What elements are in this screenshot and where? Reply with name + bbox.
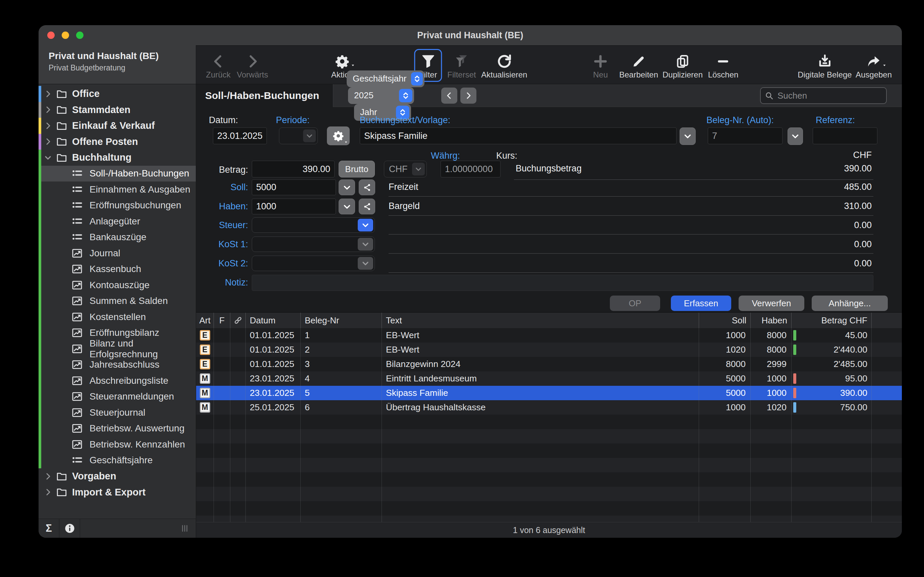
column-header-link[interactable] [230, 313, 246, 328]
haben-dropdown-button[interactable] [339, 198, 355, 214]
sum-button[interactable]: Σ [39, 519, 59, 538]
kost1-select[interactable] [252, 237, 375, 252]
chevron-down-icon[interactable] [44, 154, 52, 162]
table-row-beleg-3[interactable]: E01.01.20253Bilanzgewinn 2024800029992'4… [196, 357, 902, 371]
sidebar-item-vorgaben[interactable]: Vorgaben [39, 468, 196, 484]
beleg-nr-input[interactable] [708, 127, 783, 144]
verwerfen-button[interactable]: Verwerfen [739, 295, 804, 311]
soll-dropdown-button[interactable] [339, 179, 355, 195]
sidebar-item-import-export[interactable]: Import & Export [39, 484, 196, 501]
toolbar-item-bearbeiten[interactable]: Bearbeiten [619, 50, 658, 79]
betrag-input[interactable] [252, 161, 334, 177]
erfassen-button[interactable]: Erfassen [671, 295, 731, 311]
periode-select[interactable] [279, 127, 318, 144]
op-button[interactable]: OP [610, 295, 660, 311]
sidebar-item-einnahmen-ausgaben[interactable]: Einnahmen & Ausgaben [39, 182, 196, 198]
haben-konto-input[interactable] [252, 198, 336, 214]
column-header-text[interactable]: Text [382, 313, 699, 328]
sidebar-item-kontoauszüge[interactable]: Kontoauszüge [39, 277, 196, 293]
toolbar-item-aktualisieren[interactable]: Aktualisieren [481, 50, 527, 79]
waehrung-select[interactable]: CHF [384, 161, 427, 177]
column-header-betrag-chf[interactable]: Betrag CHF [792, 313, 872, 328]
haben-split-button[interactable] [359, 198, 375, 214]
sidebar-item-geschäftsjahre[interactable]: Geschäftsjahre [39, 453, 196, 469]
minimize-window-button[interactable] [62, 32, 69, 39]
toolbar-item-löschen[interactable]: Löschen [708, 50, 739, 79]
chevron-right-icon[interactable] [44, 90, 52, 98]
next-period-button[interactable] [460, 87, 476, 104]
chevron-right-icon[interactable] [44, 488, 52, 496]
notiz-input[interactable] [252, 275, 873, 291]
filter-select-geschäftsjahr[interactable]: Geschäftsjahr [347, 71, 424, 87]
sidebar-item-stammdaten[interactable]: Stammdaten [39, 102, 196, 118]
table-row-beleg-1[interactable]: E01.01.20251EB-Wert1000800045.00 [196, 328, 902, 343]
chevron-right-icon[interactable] [44, 106, 52, 114]
chevron-left-icon [445, 92, 453, 100]
sidebar-item-betriebsw-kennzahlen[interactable]: Betriebsw. Kennzahlen [39, 437, 196, 453]
column-header-label: Soll [732, 315, 746, 326]
sidebar-item-journal[interactable]: Journal [39, 245, 196, 261]
sidebar-item-label: Bankauszüge [90, 232, 146, 243]
toolbar-item-digitale-belege[interactable]: Digitale Belege [798, 50, 852, 79]
cell-text [382, 472, 699, 487]
column-header-f[interactable]: F [214, 313, 230, 328]
sidebar-item-soll-haben-buchungen[interactable]: Soll-/Haben-Buchungen [39, 166, 196, 182]
kost2-select[interactable] [252, 256, 375, 271]
sidebar-item-eröffnungsbuchungen[interactable]: Eröffnungsbuchungen [39, 198, 196, 214]
column-header-datum[interactable]: Datum [246, 313, 301, 328]
brutto-button[interactable]: Brutto [339, 161, 375, 177]
sidebar-item-einkauf-verkauf[interactable]: Einkauf & Verkauf [39, 118, 196, 134]
sidebar-item-buchhaltung[interactable]: Buchhaltung [39, 150, 196, 166]
chevron-right-icon[interactable] [44, 472, 52, 480]
table-row-beleg-2[interactable]: E01.01.20252EB-Wert102080002'440.00 [196, 343, 902, 357]
sidebar-item-offene-posten[interactable]: Offene Posten [39, 134, 196, 150]
beleg-nr-dropdown-button[interactable] [787, 127, 803, 145]
sidebar-item-kostenstellen[interactable]: Kostenstellen [39, 309, 196, 325]
column-header-beleg-nr[interactable]: Beleg-Nr [301, 313, 382, 328]
chevron-right-icon[interactable] [44, 137, 52, 146]
kurs-input[interactable] [440, 161, 501, 177]
toolbar-item-duplizieren[interactable]: Duplizieren [662, 50, 703, 79]
toolbar-item-neu[interactable]: Neu [593, 50, 608, 79]
buchungstext-input[interactable] [360, 127, 677, 144]
sidebar-item-steuerjournal[interactable]: Steuerjournal [39, 405, 196, 421]
sidebar-item-betriebsw-auswertung[interactable]: Betriebsw. Auswertung [39, 421, 196, 437]
anhaenge-button[interactable]: Anhänge... [812, 295, 888, 311]
datum-input[interactable] [213, 127, 267, 144]
toolbar-item-zurück[interactable]: Zurück [206, 50, 230, 79]
close-window-button[interactable] [47, 32, 55, 39]
booking-gear-button[interactable] [327, 126, 350, 145]
previous-period-button[interactable] [441, 87, 457, 104]
buchungstext-dropdown-button[interactable] [680, 127, 696, 145]
sidebar-item-office[interactable]: Office [39, 86, 196, 102]
sidebar-item-summen-salden[interactable]: Summen & Salden [39, 293, 196, 309]
referenz-input[interactable] [813, 127, 877, 144]
search-input[interactable] [777, 90, 882, 101]
sidebar-item-jahresabschluss[interactable]: Jahresabschluss [39, 357, 196, 373]
category-color-strip [39, 213, 41, 229]
sidebar-item-bilanz-und-erfolgsrechnung[interactable]: Bilanz und Erfolgsrechnung [39, 341, 196, 357]
search-field[interactable] [760, 87, 887, 104]
filter-select-2025[interactable]: 2025 [348, 87, 414, 104]
soll-split-button[interactable] [359, 179, 375, 195]
sidebar-item-abschreibungsliste[interactable]: Abschreibungsliste [39, 373, 196, 389]
toolbar-item-vorwärts[interactable]: Vorwärts [237, 50, 268, 79]
sidebar-item-bankauszüge[interactable]: Bankauszüge [39, 229, 196, 245]
table-row-beleg-5[interactable]: M23.01.20255Skipass Familie50001000390.0… [196, 386, 902, 400]
toolbar-item-ausgeben[interactable]: Ausgeben [856, 50, 892, 79]
zoom-window-button[interactable] [76, 32, 84, 39]
column-header-art[interactable]: Art [196, 313, 214, 328]
sidebar-item-steueranmeldungen[interactable]: Steueranmeldungen [39, 389, 196, 405]
table-row-beleg-4[interactable]: M23.01.20254Eintritt Landesmuseum5000100… [196, 371, 902, 386]
chevron-right-icon[interactable] [44, 122, 52, 130]
sidebar-resize-handle[interactable] [180, 519, 190, 538]
toolbar-item-filterset[interactable]: Filterset [447, 50, 476, 79]
column-header-soll[interactable]: Soll [699, 313, 750, 328]
steuer-select[interactable] [252, 218, 375, 233]
info-button[interactable] [59, 519, 80, 538]
sidebar-item-anlagegüter[interactable]: Anlagegüter [39, 213, 196, 229]
sidebar-item-kassenbuch[interactable]: Kassenbuch [39, 261, 196, 277]
table-row-beleg-6[interactable]: M25.01.20256Übertrag Haushaltskasse10001… [196, 400, 902, 415]
soll-konto-input[interactable] [252, 179, 336, 195]
column-header-haben[interactable]: Haben [750, 313, 792, 328]
